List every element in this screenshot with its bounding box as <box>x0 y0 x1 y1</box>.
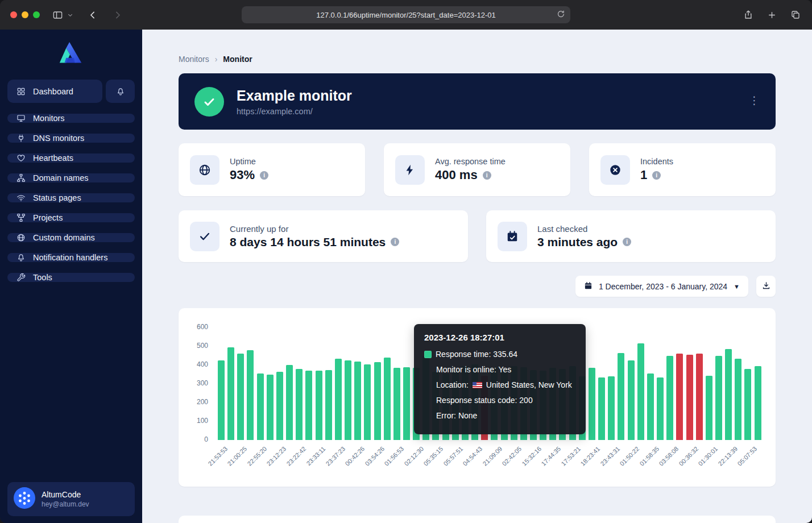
chart-bar[interactable] <box>345 360 351 440</box>
chevron-down-icon: ▼ <box>734 283 740 290</box>
chart-bar[interactable] <box>335 359 342 440</box>
breadcrumb: Monitors › Monitor <box>179 55 776 64</box>
sidebar-item-custom-domains[interactable]: Custom domains <box>7 233 135 242</box>
grid-icon <box>16 87 26 96</box>
chart-bar[interactable] <box>384 358 391 440</box>
chart-bar[interactable] <box>237 354 244 440</box>
chart-bar[interactable] <box>696 354 703 440</box>
breadcrumb-monitors-link[interactable]: Monitors <box>179 55 209 64</box>
tools-icon <box>16 273 26 282</box>
chart-bar[interactable] <box>657 377 664 440</box>
chart-bar[interactable] <box>364 364 371 440</box>
sidebar-item-domain-names[interactable]: Domain names <box>7 173 135 182</box>
info-icon[interactable]: i <box>391 238 399 246</box>
chart-bar[interactable] <box>608 376 615 440</box>
info-icon[interactable]: i <box>652 171 661 180</box>
sidebar-item-monitors[interactable]: Monitors <box>7 114 135 123</box>
chart-bar[interactable] <box>589 368 595 440</box>
chart-bar[interactable] <box>637 343 644 440</box>
chart-bar[interactable] <box>296 369 303 440</box>
chart-bar[interactable] <box>218 360 225 440</box>
sidebar-item-heartbeats[interactable]: Heartbeats <box>7 153 135 163</box>
info-icon[interactable]: i <box>623 238 631 246</box>
y-axis-tick: 100 <box>197 417 208 425</box>
response-time-chart-card: 6005004003002001000 21:53:5321:00:2522:5… <box>179 308 776 487</box>
reload-icon[interactable] <box>557 10 565 18</box>
sitemap-icon <box>16 173 26 182</box>
chart-bar[interactable] <box>374 362 381 440</box>
info-icon[interactable]: i <box>483 171 491 180</box>
chart-bar[interactable] <box>598 377 605 440</box>
address-bar[interactable]: 127.0.0.1/66uptime/monitor/25?start_date… <box>242 6 570 23</box>
chart-bar[interactable] <box>354 362 361 440</box>
chart-bar[interactable] <box>286 365 293 440</box>
tab-group-chevron-icon[interactable] <box>67 12 73 18</box>
chart-bar[interactable] <box>686 355 693 440</box>
uptime-duration-card: Currently up for 8 days 14 hours 51 minu… <box>179 210 468 262</box>
date-range-row: 1 December, 2023 - 6 January, 2024 ▼ <box>179 276 776 297</box>
sidebar-item-label: Dashboard <box>33 87 73 96</box>
browser-window: 127.0.0.1/66uptime/monitor/25?start_date… <box>0 0 812 523</box>
chart-bar[interactable] <box>276 372 283 440</box>
chart-bar[interactable] <box>325 370 332 440</box>
sidebar-item-label: Status pages <box>33 193 81 202</box>
y-axis-tick: 500 <box>197 342 208 350</box>
chart-bar[interactable] <box>247 350 254 440</box>
chart-bar[interactable] <box>676 354 683 440</box>
chart-bar[interactable] <box>393 368 400 440</box>
y-axis-tick: 200 <box>197 398 208 406</box>
globe-icon <box>16 233 26 242</box>
close-window-button[interactable] <box>10 11 17 18</box>
chart-bar[interactable] <box>227 347 234 440</box>
tooltip-row-response-time: Response time: 335.64 <box>424 350 575 359</box>
chart-bar[interactable] <box>628 360 635 440</box>
status-label: Currently up for <box>230 224 399 234</box>
sidebar-item-projects[interactable]: Projects <box>7 213 135 222</box>
monitor-options-menu-icon[interactable]: ⋮ <box>745 94 763 107</box>
x-circle-icon <box>600 155 630 185</box>
chart-bar[interactable] <box>316 371 322 440</box>
sidebar-item-dashboard[interactable]: Dashboard <box>7 80 102 103</box>
status-label: Last checked <box>537 224 631 234</box>
heart-icon <box>16 153 26 163</box>
sidebar-item-label: Heartbeats <box>33 153 73 163</box>
chart-bar[interactable] <box>666 356 673 440</box>
notifications-button[interactable] <box>106 80 135 103</box>
chart-bar[interactable] <box>618 353 624 440</box>
chart-bar[interactable] <box>744 369 751 440</box>
chart-bar[interactable] <box>403 367 410 440</box>
zoom-window-button[interactable] <box>33 11 40 18</box>
sidebar-item-notification-handlers[interactable]: Notification handlers <box>7 253 135 262</box>
chart-bar[interactable] <box>725 349 732 440</box>
back-button[interactable] <box>88 10 98 20</box>
sidebar-item-tools[interactable]: Tools <box>7 273 135 282</box>
user-name: AltumCode <box>42 490 89 499</box>
new-tab-icon[interactable] <box>767 10 777 20</box>
check-icon <box>190 222 219 251</box>
minimize-window-button[interactable] <box>22 11 28 18</box>
chart-bar[interactable] <box>305 371 312 440</box>
sidebar-item-status-pages[interactable]: Status pages <box>7 193 135 202</box>
monitor-icon <box>16 114 26 123</box>
monitor-title: Example monitor <box>237 88 352 104</box>
chart-bar[interactable] <box>267 375 274 440</box>
chart-bar[interactable] <box>647 373 654 440</box>
user-card[interactable]: AltumCode hey@altum.dev <box>7 482 135 516</box>
chart-bar[interactable] <box>735 359 741 440</box>
share-icon[interactable] <box>743 10 753 20</box>
tab-overview-icon[interactable] <box>790 10 801 20</box>
tooltip-row-status-code: Response status code: 200 <box>424 396 575 405</box>
sidebar-item-label: Monitors <box>33 114 65 123</box>
altumcode-logo[interactable] <box>55 41 87 70</box>
uptime-duration-value: 8 days 14 hours 51 minutes <box>230 235 386 249</box>
forward-button[interactable] <box>113 10 122 20</box>
chart-bar[interactable] <box>706 376 712 440</box>
chart-bar[interactable] <box>715 356 722 440</box>
chart-bar[interactable] <box>755 366 761 440</box>
sidebar-toggle-icon[interactable] <box>52 10 63 20</box>
date-range-picker[interactable]: 1 December, 2023 - 6 January, 2024 ▼ <box>575 276 748 297</box>
download-report-button[interactable] <box>756 276 776 297</box>
chart-bar[interactable] <box>257 373 264 440</box>
info-icon[interactable]: i <box>260 171 268 180</box>
sidebar-item-dns-monitors[interactable]: DNS monitors <box>7 134 135 143</box>
